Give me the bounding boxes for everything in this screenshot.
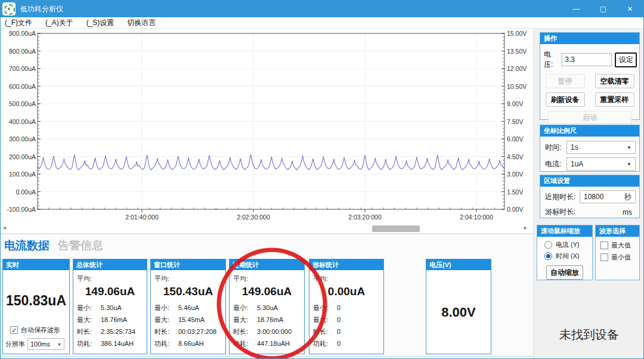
app-logo-icon (2, 2, 16, 16)
max-value-checkbox[interactable] (600, 242, 608, 249)
set-button[interactable]: 设定 (615, 52, 637, 67)
stat-row: 功耗:0 (309, 338, 383, 349)
sidebar: 操作 电压: 设定 暂停 空载清零 刷新设备 重置采样 启动 坐标比例尺 时间: (533, 29, 644, 359)
recent-duration-value: 10800 (584, 193, 603, 201)
menu-about[interactable]: (_A)关于 (39, 18, 80, 28)
axis-tick-label: 900.00uA (9, 30, 36, 37)
group-scale: 坐标比例尺 时间: 1s ▼ 电流: 1uA ▼ (540, 125, 640, 172)
scrollbar-thumb[interactable] (372, 225, 420, 232)
radio-current-y-label: 电流 (Y) (556, 240, 580, 249)
axis-tick-label: 2:01:40:000 (125, 213, 159, 221)
axis-tick-label: 4.50V (507, 153, 523, 160)
voltage-value: 8.00V (426, 305, 491, 320)
zero-button[interactable]: 空载清零 (595, 74, 634, 88)
resolution-select[interactable]: 100ms ▼ (27, 338, 64, 350)
panel-window-title: 窗口统计 (151, 259, 225, 270)
maximize-icon[interactable]: ▢ (590, 1, 617, 17)
refresh-device-button[interactable]: 刷新设备 (546, 92, 585, 107)
axis-tick-label: 0.00uA (16, 188, 36, 196)
tab-alarm-info[interactable]: 告警信息 (58, 238, 103, 253)
group-operation-title: 操作 (540, 33, 639, 44)
group-wave-select: 波形选择 最大值 最小值 (595, 225, 640, 280)
radio-time-x-label: 时间 (X) (556, 252, 580, 261)
autosave-label: 自动保存波形 (21, 326, 60, 335)
chevron-down-icon: ▼ (627, 145, 631, 150)
stat-row: 时长:0 (309, 326, 383, 338)
cursor-duration-label: 游标时长: (545, 207, 575, 217)
window-controls: — ▢ ✕ (563, 1, 643, 17)
panel-voltage: 电压(V) 8.00V (426, 259, 491, 354)
autosave-checkbox[interactable]: ✓ (10, 326, 18, 334)
menubar: (_F)文件 (_A)关于 (_S)设置 切换语言 (1, 17, 643, 29)
stat-row: 时长:3:00:00:000 (230, 326, 304, 338)
tab-current-data[interactable]: 电流数据 (4, 238, 49, 253)
stat-row: 最大:0 (309, 314, 383, 326)
stat-row: 功耗:386.14uAH (73, 338, 147, 349)
time-scale-select[interactable]: 1s ▼ (566, 141, 636, 154)
stat-row: 功耗:8.66uAH (151, 338, 225, 349)
axis-tick-label: 400.00uA (9, 118, 36, 125)
min-value-label: 最小值 (611, 253, 631, 262)
current-scale-value: 1uA (571, 160, 583, 168)
radio-time-x[interactable] (544, 252, 552, 260)
data-tabs: 电流数据 告警信息 (4, 238, 103, 253)
panel-cursor-title: 游标统计 (309, 259, 383, 270)
group-scale-title: 坐标比例尺 (540, 125, 639, 137)
axis-tick-label: 12.00V (507, 65, 527, 72)
radio-current-y[interactable] (544, 241, 552, 249)
recent-duration-unit: 秒 (624, 192, 631, 202)
chevron-down-icon: ▼ (627, 162, 631, 167)
axis-tick-label: 2:02:30:000 (237, 213, 270, 221)
device-status-text: 未找到设备 (534, 327, 644, 343)
stat-row: 最大:15.45mA (151, 314, 225, 326)
divider (1, 356, 533, 357)
axis-tick-label: 15.00V (507, 30, 527, 37)
current-scale-label: 电流: (545, 159, 566, 169)
overall-avg-value: 149.06uA (73, 285, 147, 298)
reset-sampling-button[interactable]: 重置采样 (595, 92, 634, 107)
current-waveform (38, 154, 504, 170)
axis-tick-label: 2:04:10:000 (460, 213, 493, 221)
recent-duration-label: 近期时长: (545, 192, 580, 202)
chevron-down-icon: ▼ (57, 342, 61, 346)
scrollbar-left-arrow-icon[interactable]: ◄ (2, 225, 7, 231)
resolution-row: 分辨率 100ms ▼ (5, 338, 64, 350)
current-scale-select[interactable]: 1uA ▼ (566, 157, 636, 171)
axis-tick-label: -100.00uA (7, 206, 36, 213)
data-section: 电流数据 告警信息 实时 150.83uA ✓ 自动保存波形 分辨率 100ms… (1, 236, 533, 359)
resolution-value: 100ms (30, 341, 50, 348)
stat-row: 最小:0 (309, 302, 383, 314)
scrollbar-right-arrow-icon[interactable]: ► (523, 225, 528, 231)
panel-cursor-stats: 游标统计 平均: 0.00uA 最小:0 最大:0 时长:0 功耗:0 (309, 259, 384, 354)
group-mouse-zoom: 滚动鼠标缩放 电流 (Y) 时间 (X) 自动缩放 (537, 225, 593, 280)
auto-zoom-button[interactable]: 自动缩放 (546, 265, 583, 280)
menu-settings[interactable]: (_S)设置 (80, 18, 121, 28)
axis-tick-label: 10.50V (507, 83, 527, 90)
stat-row: 最大:18.76mA (230, 314, 304, 326)
axis-tick-label: 300.00uA (9, 135, 36, 143)
min-value-checkbox[interactable] (600, 253, 608, 261)
axis-tick-label: 600.00uA (9, 83, 36, 90)
voltage-label: 电压: (544, 49, 559, 70)
stat-row: 时长:00:03:27:208 (151, 326, 225, 338)
avg-label: 平均: (73, 270, 147, 283)
group-mouse-zoom-title: 滚动鼠标缩放 (537, 225, 592, 237)
axis-tick-label: 500.00uA (9, 100, 36, 107)
panel-realtime: 实时 150.83uA ✓ 自动保存波形 分辨率 100ms ▼ (2, 259, 70, 354)
time-scale-value: 1s (571, 143, 578, 151)
waveform-chart[interactable]: 900.00uA800.00uA700.00uA600.00uA500.00uA… (1, 29, 533, 224)
voltage-input[interactable] (562, 53, 612, 66)
group-region: 区域设置 近期时长: 10800 秒 游标时长: ms (540, 175, 640, 218)
group-region-title: 区域设置 (540, 175, 639, 187)
minimize-icon[interactable]: — (563, 1, 590, 17)
panel-window-stats: 窗口统计 平均: 150.43uA 最小:5.46uA 最大:15.45mA 时… (150, 259, 226, 354)
axis-tick-label: 100.00uA (9, 171, 36, 178)
menu-language[interactable]: 切换语言 (120, 18, 162, 28)
scrollbar-track[interactable] (1, 233, 533, 234)
group-operation: 操作 电压: 设定 暂停 空载清零 刷新设备 重置采样 启动 (540, 32, 640, 120)
menu-file[interactable]: (_F)文件 (1, 18, 39, 28)
recent-duration-input[interactable]: 10800 秒 (580, 190, 636, 203)
axis-tick-label: 200.00uA (9, 153, 36, 160)
cursor-avg-value: 0.00uA (309, 285, 383, 298)
close-icon[interactable]: ✕ (617, 1, 643, 17)
